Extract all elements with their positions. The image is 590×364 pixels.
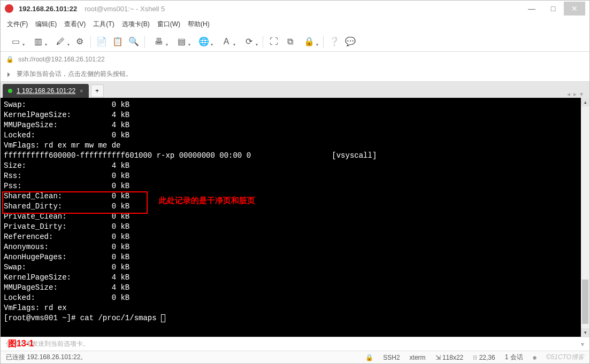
status-dot-icon [8,89,12,93]
maximize-button[interactable]: □ [542,2,564,16]
status-cursor: 22,36 [479,354,495,361]
menu-tools[interactable]: 工具(T) [93,20,114,29]
new-session-button[interactable]: ▭ [5,34,26,49]
help-button[interactable]: ❔ [327,34,342,49]
cursor-icon: ⁝⁝ [473,354,477,361]
menu-view[interactable]: 查看(V) [64,20,86,29]
menu-window[interactable]: 窗口(W) [157,20,180,29]
status-size: 118x22 [442,354,463,361]
figure-label: 图13-1 [8,338,34,350]
tip-bar: ⏵ 要添加当前会话，点击左侧的箭头按钮。 [1,67,589,82]
address-bar[interactable]: 🔒 ssh://root@192.168.26.101:22 [1,52,589,67]
scroll-down-button[interactable]: ▾ [581,328,589,337]
terminal-output[interactable]: Swap: 0 kBKernelPageSize: 4 kBMMUPageSiz… [1,98,581,337]
caps-icon: ⎈ [533,354,537,361]
font-button[interactable]: A [216,34,237,49]
lock-button[interactable]: 🔒 [298,34,320,49]
find-button[interactable]: 🔍 [126,34,141,49]
chat-button[interactable]: 💬 [343,34,358,49]
session-tab[interactable]: 1 192.168.26.101:22 × [3,84,89,98]
settings-button[interactable]: ⚙ [72,34,87,49]
open-session-button[interactable]: ▥ [27,34,49,49]
scrollbar[interactable]: ▴ ▾ [581,98,589,337]
tab-label: 1 192.168.26.101:22 [17,87,75,95]
tip-text: 要添加当前会话，点击左侧的箭头按钮。 [17,69,132,79]
tab-next-button[interactable]: ▸ [573,90,577,98]
color-scheme-button[interactable]: ▤ [171,34,192,49]
toolbar: ▭ ▥ 🖉 ⚙ 📄 📋 🔍 🖶 ▤ 🌐 A ⟳ ⛶ ⧉ 🔒 ❔ 💬 [1,32,589,52]
scroll-thumb[interactable] [582,280,588,324]
status-protocol: SSH2 [383,354,400,361]
status-sessions: 1 会话 [505,353,523,362]
separator-icon [263,36,263,48]
properties-button[interactable]: 🖉 [50,34,71,49]
scroll-track[interactable] [581,106,589,328]
send-dropdown-icon[interactable]: ▾ [581,340,584,348]
watermark: ©51CTO博客 [546,353,584,362]
tab-prev-button[interactable]: ◂ [567,90,570,98]
title-address: 192.168.26.101:22 [19,5,77,13]
fullscreen-button[interactable]: ⛶ [266,34,281,49]
paste-button[interactable]: 📋 [110,34,125,49]
menu-help[interactable]: 帮助(H) [188,20,210,29]
separator-icon [90,36,91,48]
title-subtitle: root@vms001:~ - Xshell 5 [85,5,165,13]
status-term: xterm [410,354,426,361]
scroll-up-button[interactable]: ▴ [581,98,589,106]
close-button[interactable]: ✕ [564,2,585,16]
separator-icon [323,36,324,48]
tab-row: 1 192.168.26.101:22 × + ◂ ▸ ▾ [1,82,589,98]
app-logo-icon [5,4,13,13]
tab-close-button[interactable]: × [80,88,83,94]
address-text: ssh://root@192.168.26.101:22 [18,56,105,63]
annotation-text: 此处记录的是干净页和脏页 [159,196,255,206]
add-tab-button[interactable]: + [91,84,104,97]
send-bar[interactable]: 仅将文本发送到当前选项卡。 ▾ 图13-1 [1,337,589,351]
copy-button[interactable]: 📄 [94,34,109,49]
separator-icon [144,36,145,48]
menu-file[interactable]: 文件(F) [7,20,28,29]
menu-tabs[interactable]: 选项卡(B) [122,20,150,29]
status-connected: 已连接 192.168.26.101:22。 [6,353,87,362]
encoding-button[interactable]: 🌐 [193,34,214,49]
print-button[interactable]: 🖶 [148,34,170,49]
layout-button[interactable]: ⧉ [282,34,297,49]
dim-icon: ⇲ [435,354,441,361]
lock-icon: 🔒 [365,354,373,361]
arrow-icon[interactable]: ⏵ [6,71,12,78]
minimize-button[interactable]: — [521,2,542,16]
title-bar: 192.168.26.101:22 root@vms001:~ - Xshell… [1,1,589,17]
highlight-button[interactable]: ⟳ [238,34,259,49]
tab-list-button[interactable]: ▾ [580,90,583,98]
menu-bar: 文件(F) 编辑(E) 查看(V) 工具(T) 选项卡(B) 窗口(W) 帮助(… [1,17,589,32]
menu-edit[interactable]: 编辑(E) [35,20,57,29]
status-bar: 已连接 192.168.26.101:22。 🔒 SSH2 xterm ⇲ 11… [1,351,589,363]
lock-icon: 🔒 [6,56,14,63]
